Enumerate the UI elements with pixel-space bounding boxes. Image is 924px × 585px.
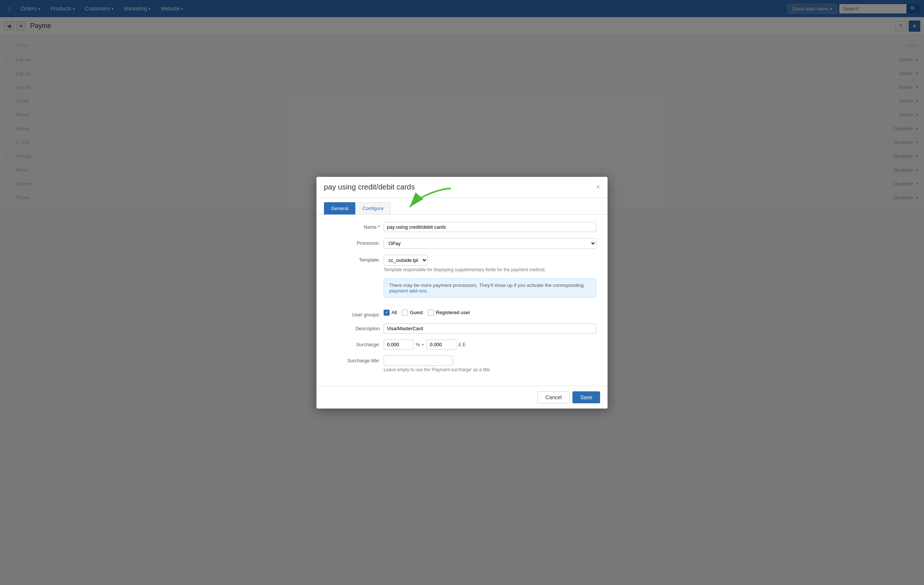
tab-configure[interactable]: Configure (355, 202, 390, 209)
modal-tabs-area: General Configure (317, 198, 607, 209)
payment-modal: pay using credit/debit cards × General C… (317, 177, 607, 209)
modal-title: pay using credit/debit cards (324, 183, 414, 191)
modal-header: pay using credit/debit cards × (317, 177, 607, 198)
tab-general[interactable]: General (324, 202, 355, 209)
modal-overlay: pay using credit/debit cards × General C… (0, 0, 924, 208)
modal-close-button[interactable]: × (596, 184, 600, 190)
modal-tabs: General Configure (317, 198, 607, 209)
